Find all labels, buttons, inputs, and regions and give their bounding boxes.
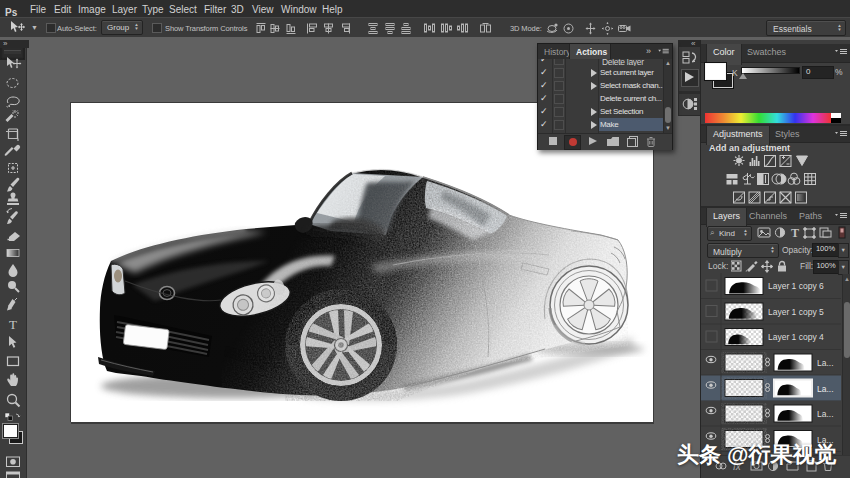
svg-text:La...: La...	[817, 409, 834, 419]
svg-text:T: T	[9, 317, 17, 332]
svg-text:Layer 1 copy 4: Layer 1 copy 4	[768, 332, 824, 342]
svg-text:La...: La...	[817, 358, 834, 368]
svg-text:T: T	[791, 226, 799, 239]
svg-text:Layer 1 copy 5: Layer 1 copy 5	[768, 307, 824, 317]
svg-text:Layer 1 copy 6: Layer 1 copy 6	[768, 281, 824, 291]
svg-text:La...: La...	[817, 384, 834, 394]
